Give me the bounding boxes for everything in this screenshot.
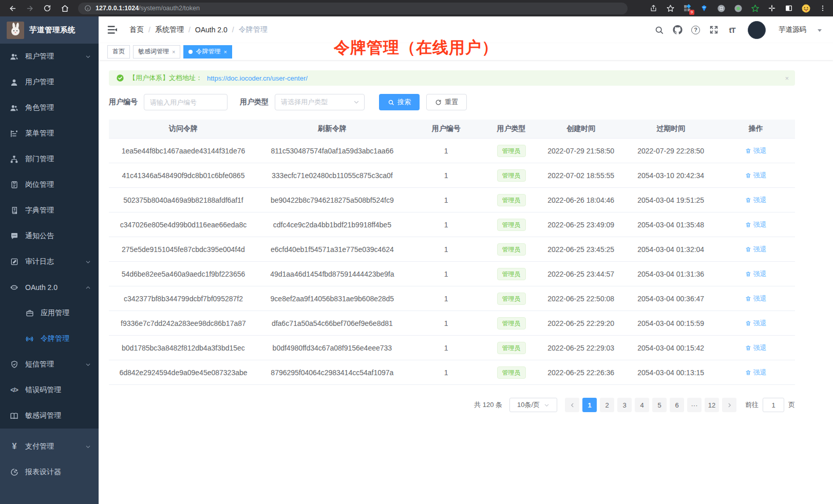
- search-icon[interactable]: [654, 25, 664, 35]
- sidebar-item-notice[interactable]: 通知公告: [0, 223, 99, 249]
- sidebar-item-oauth-token[interactable]: 令牌管理: [0, 326, 99, 352]
- sidebar-item-role[interactable]: 角色管理: [0, 95, 99, 121]
- sidebar-item-report[interactable]: 报表设计器: [0, 459, 99, 485]
- force-logout-button[interactable]: 强退: [745, 368, 767, 377]
- goto-page-input[interactable]: [763, 398, 784, 412]
- profile-avatar-icon[interactable]: [801, 3, 811, 13]
- share-icon[interactable]: [648, 3, 658, 13]
- force-logout-button[interactable]: 强退: [745, 343, 767, 353]
- page-button[interactable]: 6: [670, 398, 684, 412]
- sidebar-item-dept[interactable]: 部门管理: [0, 146, 99, 172]
- page-button[interactable]: 4: [635, 398, 649, 412]
- user-type-select[interactable]: 请选择用户类型: [275, 94, 365, 110]
- chevron-left-icon: [570, 402, 575, 408]
- extension-pixel-icon[interactable]: 9: [682, 3, 692, 13]
- broadcast-icon: [25, 335, 34, 343]
- sidebar-item-dict[interactable]: 字典管理: [0, 198, 99, 223]
- sidebar-item-sensitive[interactable]: 敏感词管理: [0, 403, 99, 429]
- breadcrumb-system[interactable]: 系统管理: [155, 25, 184, 34]
- next-page-button[interactable]: [722, 398, 736, 412]
- breadcrumb: 首页 系统管理 OAuth 2.0 令牌管理: [129, 25, 268, 34]
- force-logout-button[interactable]: 强退: [745, 146, 767, 156]
- more-pages-button[interactable]: ···: [687, 398, 702, 412]
- page-button[interactable]: 5: [652, 398, 667, 412]
- force-logout-button[interactable]: 强退: [745, 196, 767, 205]
- forward-icon[interactable]: [23, 1, 37, 15]
- font-size-icon[interactable]: tT: [727, 25, 737, 35]
- collapse-sidebar-icon[interactable]: [107, 24, 118, 35]
- trash-icon: [745, 296, 751, 302]
- prev-page-button[interactable]: [565, 398, 579, 412]
- url-path: /system/oauth2/token: [139, 5, 200, 12]
- force-logout-button[interactable]: 强退: [745, 245, 767, 254]
- extension-record-icon[interactable]: [733, 3, 743, 13]
- sidebar-item-label: OAuth 2.0: [25, 283, 58, 292]
- extension-evernote-icon[interactable]: [750, 3, 760, 13]
- tag-home[interactable]: 首页: [107, 45, 130, 59]
- reset-button[interactable]: 重置: [426, 94, 467, 110]
- back-icon[interactable]: [5, 1, 20, 15]
- doc-link[interactable]: https://doc.iocoder.cn/user-center/: [207, 74, 308, 82]
- user-type-badge: 管理员: [497, 194, 526, 206]
- alert-close-icon[interactable]: ×: [785, 74, 789, 82]
- search-form: 用户编号 用户类型 请选择用户类型 搜索 重置: [109, 94, 795, 110]
- page-button[interactable]: 3: [617, 398, 632, 412]
- tag-bar: 首页 敏感词管理× 令牌管理×: [99, 43, 833, 60]
- user-avatar[interactable]: [748, 21, 766, 39]
- sidebar-item-label: 令牌管理: [41, 334, 69, 343]
- page-button[interactable]: 2: [600, 398, 614, 412]
- sidebar-item-menu[interactable]: 菜单管理: [0, 121, 99, 146]
- force-logout-button[interactable]: 强退: [745, 319, 767, 328]
- extension-gem-icon[interactable]: [699, 3, 709, 13]
- force-logout-button[interactable]: 强退: [745, 269, 767, 279]
- pagination: 共 120 条 10条/页 1 2 3 4 5 6 ··· 12 前往: [109, 398, 795, 412]
- extension-pinwheel-icon[interactable]: [767, 3, 777, 13]
- app-title: 芋道管理系统: [29, 25, 75, 35]
- sidebar: 芋道管理系统 租户管理 用户管理 角色管理 菜单管理 部门管理: [0, 16, 99, 504]
- tag-sensitive[interactable]: 敏感词管理×: [133, 45, 180, 59]
- sidebar-item-tenant[interactable]: 租户管理: [0, 44, 99, 69]
- extension-command-icon[interactable]: [716, 3, 726, 13]
- user-menu-caret-icon[interactable]: [818, 29, 822, 32]
- table-row: 54d6be82ee5a460a9aedc1f9bf223656 49d1aa4…: [109, 262, 795, 286]
- close-icon[interactable]: ×: [223, 49, 226, 55]
- force-logout-button[interactable]: 强退: [745, 220, 767, 229]
- browser-menu-icon[interactable]: [818, 3, 828, 13]
- page-size-select[interactable]: 10条/页: [509, 398, 557, 412]
- fullscreen-icon[interactable]: [709, 25, 718, 35]
- force-logout-button[interactable]: 强退: [745, 294, 767, 303]
- sidebar-item-label: 支付管理: [25, 442, 54, 451]
- success-check-icon: [116, 74, 124, 82]
- close-icon[interactable]: ×: [172, 49, 175, 55]
- doc-alert: 【用户体系】文档地址： https://doc.iocoder.cn/user-…: [109, 70, 795, 86]
- breadcrumb-oauth[interactable]: OAuth 2.0: [195, 26, 228, 34]
- sidebar-item-label: 短信管理: [25, 360, 54, 369]
- reload-icon[interactable]: [40, 1, 54, 15]
- site-info-icon: [84, 5, 91, 12]
- sidebar-item-oauth-app[interactable]: 应用管理: [0, 300, 99, 326]
- side-panel-icon[interactable]: [784, 3, 794, 13]
- sidebar-item-audit[interactable]: 审计日志: [0, 249, 99, 275]
- search-button[interactable]: 搜索: [379, 94, 420, 110]
- username[interactable]: 芋道源码: [779, 25, 806, 34]
- tag-token-active[interactable]: 令牌管理×: [183, 45, 232, 59]
- sidebar-item-pay[interactable]: ¥ 支付管理: [0, 434, 99, 459]
- github-icon[interactable]: [673, 25, 683, 35]
- help-icon[interactable]: ?: [691, 26, 700, 34]
- breadcrumb-home[interactable]: 首页: [129, 25, 144, 34]
- url-bar[interactable]: 127.0.0.1:1024/system/oauth2/token: [78, 3, 628, 14]
- active-dot: [188, 50, 193, 54]
- page-button[interactable]: 12: [705, 398, 719, 412]
- sidebar-item-user[interactable]: 用户管理: [0, 69, 99, 95]
- user-id-input[interactable]: [144, 94, 228, 110]
- table-row: 41c41346a548490f9dc8b01c6bfe0865 333ecfc…: [109, 163, 795, 188]
- force-logout-button[interactable]: 强退: [745, 171, 767, 180]
- page-button[interactable]: 1: [582, 398, 597, 412]
- sidebar-item-oauth[interactable]: OAuth 2.0: [0, 275, 99, 300]
- logo-bar[interactable]: 芋道管理系统: [0, 16, 99, 44]
- sidebar-item-post[interactable]: 岗位管理: [0, 172, 99, 198]
- sidebar-item-sms[interactable]: 短信管理: [0, 352, 99, 377]
- home-icon[interactable]: [58, 1, 72, 15]
- sidebar-item-errcode[interactable]: </> 错误码管理: [0, 377, 99, 403]
- bookmark-star-icon[interactable]: [665, 3, 675, 13]
